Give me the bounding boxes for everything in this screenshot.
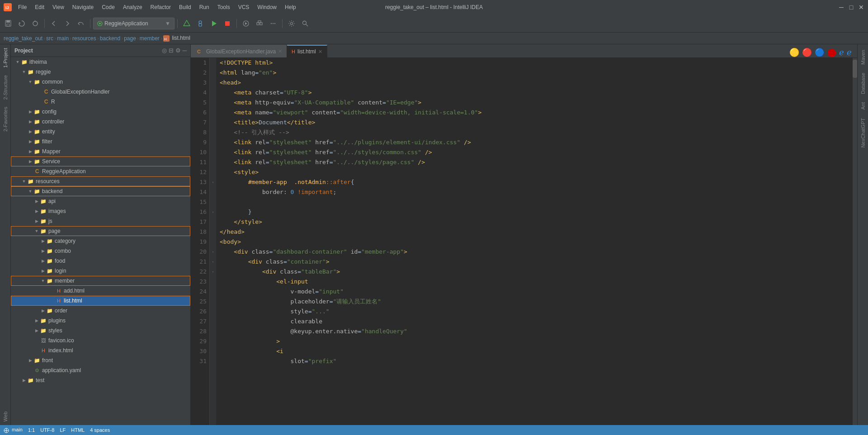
forward-button[interactable] [61, 17, 74, 30]
tree-item-list-html[interactable]: H list.html [11, 296, 190, 306]
vtab-web[interactable]: Web [2, 408, 9, 425]
hide-sidebar-button[interactable]: ─ [183, 47, 187, 54]
tree-item-common[interactable]: ▼ 📁 common [11, 77, 190, 87]
tree-item-backend[interactable]: ▼ 📁 backend [11, 186, 190, 196]
tree-arrow-reggie[interactable]: ▼ [21, 69, 27, 75]
sync-button[interactable] [15, 17, 28, 30]
tree-item-category[interactable]: ▶ 📁 category [11, 236, 190, 246]
tree-item-filter[interactable]: ▶ 📁 filter [11, 137, 190, 147]
vtab-project[interactable]: 1-Project [2, 44, 9, 71]
tree-item-resources[interactable]: ▼ 📁 resources [11, 176, 190, 186]
tree-arrow-food[interactable]: ▶ [40, 258, 46, 264]
debug-button[interactable] [194, 17, 207, 30]
right-tab-ant[interactable]: Ant [859, 99, 867, 113]
undo-button[interactable] [75, 17, 87, 30]
tree-item-food[interactable]: ▶ 📁 food [11, 256, 190, 266]
tree-arrow-styles[interactable]: ▶ [33, 327, 40, 334]
back-button[interactable] [47, 17, 60, 30]
tree-item-GlobalExceptionHandler[interactable]: C GlobalExceptionHandler [11, 87, 190, 97]
breadcrumb-item-7[interactable]: H list.html [163, 35, 190, 42]
tree-arrow-resources[interactable]: ▼ [21, 178, 27, 184]
menu-build[interactable]: Build [175, 3, 195, 12]
tree-arrow-plugins[interactable]: ▶ [33, 317, 40, 324]
tab-GlobalExceptionHandler[interactable]: C GlobalExceptionHandler.java ✕ [191, 45, 287, 57]
tree-item-Service[interactable]: ▶ 📁 Service [11, 156, 190, 166]
tree-item-login[interactable]: ▶ 📁 login [11, 266, 190, 276]
tree-item-index-html[interactable]: H index.html [11, 345, 190, 355]
menu-navigate[interactable]: Navigate [69, 3, 97, 12]
tree-item-reggie[interactable]: ▼ 📁 reggie [11, 67, 190, 77]
breadcrumb-item-1[interactable]: src [46, 35, 53, 42]
right-tab-maven[interactable]: Maven [859, 46, 867, 68]
tree-item-controller[interactable]: ▶ 📁 controller [11, 117, 190, 127]
search-everywhere-button[interactable] [299, 17, 311, 30]
menu-window[interactable]: Window [254, 3, 280, 12]
tree-arrow-js[interactable]: ▶ [33, 218, 40, 224]
run-button[interactable] [208, 17, 220, 30]
tab-close-GlobalExceptionHandler[interactable]: ✕ [278, 48, 282, 54]
tree-item-Mapper[interactable]: ▶ 📁 Mapper [11, 147, 190, 156]
tree-item-favicon[interactable]: 🖼 favicon.ico [11, 336, 190, 345]
collapse-all-button[interactable]: ⊟ [169, 47, 174, 54]
tree-arrow-api[interactable]: ▶ [33, 198, 40, 204]
menu-analyze[interactable]: Analyze [119, 3, 146, 12]
tree-item-order[interactable]: ▶ 📁 order [11, 306, 190, 316]
tree-item-styles[interactable]: ▶ 📁 styles [11, 326, 190, 336]
menu-edit[interactable]: Edit [31, 3, 48, 12]
breadcrumb-item-0[interactable]: reggie_take_out [4, 35, 42, 42]
menu-help[interactable]: Help [281, 3, 300, 12]
tree-item-application-yaml[interactable]: ⚙ application.yaml [11, 365, 190, 375]
refresh-button[interactable] [29, 17, 42, 30]
tree-item-itheima[interactable]: ▼ 📁 itheima [11, 57, 190, 67]
tree-item-images[interactable]: ▶ 📁 images [11, 206, 190, 216]
maximize-button[interactable]: □ [848, 4, 854, 10]
vtab-structure[interactable]: 2-Structure [2, 71, 9, 103]
tree-arrow-itheima[interactable]: ▼ [14, 59, 21, 65]
run-config-2[interactable] [253, 17, 266, 30]
tree-arrow-front[interactable]: ▶ [27, 357, 33, 364]
tree-item-api[interactable]: ▶ 📁 api [11, 196, 190, 206]
breadcrumb-item-6[interactable]: member [140, 35, 160, 42]
menu-vcs[interactable]: VCS [235, 3, 253, 12]
tree-item-plugins[interactable]: ▶ 📁 plugins [11, 316, 190, 326]
build-button[interactable] [180, 17, 193, 30]
tree-arrow-config[interactable]: ▶ [27, 109, 33, 115]
breadcrumb-item-4[interactable]: backend [100, 35, 120, 42]
tree-arrow-category[interactable]: ▶ [40, 238, 46, 244]
settings-button[interactable] [285, 17, 298, 30]
tree-arrow-entity[interactable]: ▶ [27, 128, 33, 135]
tree-item-config[interactable]: ▶ 📁 config [11, 107, 190, 117]
close-button[interactable]: ✕ [858, 4, 864, 10]
minimize-button[interactable]: ─ [838, 4, 844, 10]
more-actions[interactable] [267, 17, 279, 30]
tab-list-html[interactable]: H list.html ✕ [287, 45, 327, 57]
tree-item-entity[interactable]: ▶ 📁 entity [11, 127, 190, 137]
tree-arrow-filter[interactable]: ▶ [27, 138, 33, 145]
stop-button[interactable] [221, 17, 234, 30]
breadcrumb-item-5[interactable]: page [124, 35, 136, 42]
tree-item-js[interactable]: ▶ 📁 js [11, 216, 190, 226]
menu-refactor[interactable]: Refactor [147, 3, 175, 12]
tree-item-combo[interactable]: ▶ 📁 combo [11, 246, 190, 256]
menu-tools[interactable]: Tools [214, 3, 234, 12]
project-selector[interactable]: ReggieApplication ▼ [93, 18, 175, 29]
tree-item-add-html[interactable]: H add.html [11, 286, 190, 296]
tree-arrow-controller[interactable]: ▶ [27, 118, 33, 125]
tree-item-ReggieApplication[interactable]: C ReggieApplication [11, 166, 190, 176]
vtab-favorites[interactable]: 2-Favorites [2, 103, 9, 135]
tree-arrow-images[interactable]: ▶ [33, 208, 40, 214]
tree-item-test[interactable]: ▶ 📁 test [11, 375, 190, 385]
tree-arrow-member[interactable]: ▼ [40, 278, 46, 284]
tree-item-member[interactable]: ▼ 📁 member [11, 276, 190, 286]
locate-file-button[interactable]: ◎ [162, 47, 167, 54]
tree-item-page[interactable]: ▼ 📁 page [11, 226, 190, 236]
tree-arrow-test[interactable]: ▶ [21, 377, 27, 383]
save-button[interactable] [2, 17, 14, 30]
settings-icon[interactable]: ⚙ [175, 47, 181, 54]
breadcrumb-item-2[interactable]: main [57, 35, 69, 42]
tree-arrow-login[interactable]: ▶ [40, 268, 46, 274]
menu-code[interactable]: Code [98, 3, 118, 12]
tree-item-front[interactable]: ▶ 📁 front [11, 355, 190, 365]
right-tab-nexchatgpt[interactable]: NexChatGPT [859, 114, 867, 151]
tree-arrow-backend[interactable]: ▼ [27, 188, 33, 194]
